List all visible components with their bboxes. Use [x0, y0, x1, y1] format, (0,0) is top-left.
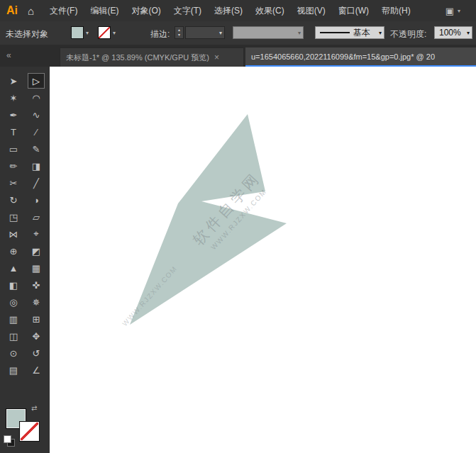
hand-tool[interactable]: ✥ [28, 328, 45, 344]
illustrator-window: Ai ⌂ 文件(F) 编辑(E) 对象(O) 文字(T) 选择(S) 效果(C)… [0, 0, 476, 453]
eyedropper-tool[interactable]: ✜ [28, 277, 45, 293]
free-transform-icon: ⌖ [33, 228, 38, 240]
menu-select[interactable]: 选择(S) [208, 0, 249, 21]
menu-edit[interactable]: 编辑(E) [84, 0, 125, 21]
zoom-tool[interactable]: ⊙ [5, 345, 22, 361]
knife-icon: ╱ [33, 178, 39, 189]
fill-color-chip[interactable] [71, 26, 84, 39]
live-paint-bucket-tool[interactable]: ◩ [28, 243, 45, 259]
collapse-chevrons-icon: « [6, 50, 11, 60]
menu-help[interactable]: 帮助(H) [375, 0, 417, 21]
selection-status-label: 未选择对象 [6, 28, 48, 40]
swap-fill-stroke-icon[interactable]: ⇄ [31, 404, 37, 412]
close-icon[interactable]: × [214, 52, 219, 62]
zoom-icon: ⊙ [10, 348, 18, 359]
gradient-icon: ◧ [9, 280, 18, 291]
scissors-tool[interactable]: ✂ [5, 175, 22, 191]
blend-tool[interactable]: ◎ [5, 294, 22, 310]
selection-tool[interactable]: ➤ [5, 73, 22, 89]
direct-selection-tool[interactable]: ▷ [28, 73, 45, 89]
scale-tool[interactable]: ◳ [5, 209, 22, 225]
rotate-view-tool[interactable]: ↺ [28, 345, 45, 361]
gradient-tool[interactable]: ◧ [5, 277, 22, 293]
shape-builder-tool[interactable]: ⊕ [5, 243, 22, 259]
document-tab-untitled[interactable]: 未标题-1* @ 135.89% (CMYK/GPU 预览) × [60, 47, 244, 67]
lasso-tool[interactable]: ◠ [28, 90, 45, 106]
type-tool[interactable]: T [5, 124, 22, 140]
curvature-tool[interactable]: ∿ [28, 107, 45, 123]
artboard-tool[interactable]: ⊞ [28, 311, 45, 327]
menu-file[interactable]: 文件(F) [43, 0, 84, 21]
menu-bar: Ai ⌂ 文件(F) 编辑(E) 对象(O) 文字(T) 选择(S) 效果(C)… [0, 0, 476, 22]
menu-object[interactable]: 对象(O) [125, 0, 167, 21]
menu-list: 文件(F) 编辑(E) 对象(O) 文字(T) 选择(S) 效果(C) 视图(V… [43, 0, 417, 21]
tab-title: u=1654065660,2022116099&fm=15&gp=0.jpg* … [251, 52, 435, 61]
column-graph-tool[interactable]: ▥ [5, 311, 22, 327]
stepper-up-icon[interactable]: ▴ [178, 28, 180, 33]
perspective-grid-tool[interactable]: ▲ [5, 260, 22, 276]
paintbrush-icon: ✎ [33, 144, 40, 155]
chevron-down-icon: ▾ [377, 30, 384, 36]
symbol-sprayer-tool[interactable]: ✵ [28, 294, 45, 310]
menu-type[interactable]: 文字(T) [167, 0, 208, 21]
home-icon[interactable]: ⌂ [25, 5, 43, 17]
brush-stroke-preview [320, 32, 350, 33]
chevron-down-icon: ▾ [217, 30, 224, 36]
stroke-color-chip[interactable] [98, 26, 111, 39]
width-profile-dropdown: ▾ [233, 26, 304, 39]
shape-builder-icon: ⊕ [10, 246, 18, 257]
workspace-switcher[interactable]: ▣ ▾ [445, 6, 460, 16]
shear-icon: ▱ [33, 212, 40, 223]
mesh-tool[interactable]: ▦ [28, 260, 45, 276]
workspace-icon: ▣ [445, 6, 454, 16]
default-fill-stroke-icon[interactable] [4, 435, 15, 447]
measure-tool[interactable]: ∠ [28, 362, 45, 378]
fill-chevron-icon[interactable]: ▾ [86, 30, 89, 36]
mesh-icon: ▦ [32, 263, 40, 274]
eyedropper-icon: ✜ [33, 280, 40, 291]
scale-icon: ◳ [9, 212, 18, 223]
menu-effect[interactable]: 效果(C) [249, 0, 291, 21]
stroke-color-swatch[interactable] [19, 421, 40, 442]
print-tiling-tool[interactable]: ▤ [5, 362, 22, 378]
tab-title: 未标题-1* @ 135.89% (CMYK/GPU 预览) [66, 52, 209, 63]
perspective-grid-icon: ▲ [9, 263, 18, 274]
pen-tool[interactable]: ✒ [5, 107, 22, 123]
paintbrush-tool[interactable]: ✎ [28, 141, 45, 157]
app-logo[interactable]: Ai [0, 4, 25, 17]
width-icon: ⋈ [9, 229, 18, 240]
tool-grid: ➤ ▷ ✶ ◠ ✒ ∿ T ∕ ▭ ✎ ✏ ◨ ✂ ╱ ↻ ◑ ◳ ▱ ⋈ ⌖ … [2, 72, 48, 379]
width-tool[interactable]: ⋈ [5, 226, 22, 242]
brush-name: 基本 [353, 27, 370, 39]
opacity-dropdown[interactable]: 100% ▾ [434, 26, 472, 39]
eraser-tool[interactable]: ◨ [28, 158, 45, 174]
rectangle-tool[interactable]: ▭ [5, 141, 22, 157]
menu-view[interactable]: 视图(V) [291, 0, 332, 21]
shear-tool[interactable]: ▱ [28, 209, 45, 225]
print-tiling-icon: ▤ [9, 365, 18, 376]
menu-window[interactable]: 窗口(W) [332, 0, 375, 21]
stroke-weight-dropdown[interactable]: ▾ [185, 26, 225, 39]
measure-icon: ∠ [32, 365, 40, 376]
triangle-arrow-shape[interactable] [130, 114, 287, 325]
brush-definition-dropdown[interactable]: 基本 ▾ [315, 26, 384, 39]
pencil-tool[interactable]: ✏ [5, 158, 22, 174]
document-tab-image-active[interactable]: u=1654065660,2022116099&fm=15&gp=0.jpg* … [245, 47, 476, 67]
stroke-weight-stepper[interactable]: ▴ ▾ [175, 26, 184, 39]
stroke-chevron-icon[interactable]: ▾ [113, 30, 116, 36]
reflect-tool[interactable]: ◑ [28, 192, 45, 208]
toolbar-collapse-button[interactable]: « [0, 45, 50, 67]
pen-icon: ✒ [10, 110, 18, 121]
scissors-icon: ✂ [10, 178, 18, 189]
stepper-down-icon[interactable]: ▾ [178, 33, 180, 38]
knife-tool[interactable]: ╱ [28, 175, 45, 191]
free-transform-tool[interactable]: ⌖ [28, 226, 45, 242]
chevron-down-icon: ▾ [458, 8, 460, 14]
magic-wand-tool[interactable]: ✶ [5, 90, 22, 106]
rectangle-icon: ▭ [9, 144, 18, 155]
line-segment-tool[interactable]: ∕ [28, 124, 45, 140]
slice-tool[interactable]: ◫ [5, 328, 22, 344]
lasso-icon: ◠ [32, 93, 40, 104]
rotate-tool[interactable]: ↻ [5, 192, 22, 208]
canvas[interactable]: 软件自学网 WWW.RJZXW.COM WWW.RJZXW.COM [50, 67, 476, 453]
